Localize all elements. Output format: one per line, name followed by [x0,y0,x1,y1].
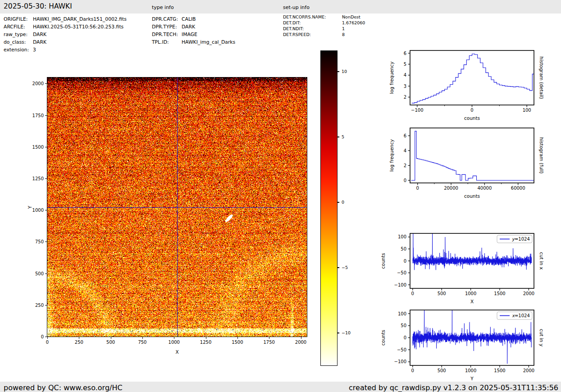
y-tick-label: 6 [404,51,406,56]
type-info-row: DPR.TECH:IMAGE [152,31,235,38]
y-tick-label: 0 [404,178,406,183]
field-label: DET.NDIT: [283,26,342,32]
field-value: DARK [33,39,46,45]
x-tick-mark [47,337,48,339]
y-tick-mark [45,115,47,116]
colorbar-tick-mark [337,137,339,137]
file-info-block: ORIGFILE:HAWKI_IMG_DARK_Darks151_0002.fi… [4,15,127,54]
field-label: DET.RSPEED: [283,32,342,37]
colorbar-tick-mark [337,333,339,333]
x-tick-label: 0 [470,108,473,113]
y-tick-label: 100 [398,311,406,316]
y-tick-mark [45,210,47,210]
x-tick-label: 40000 [477,186,492,191]
colorbar-tick-label: 10 [342,69,347,74]
y-tick-mark [45,83,47,84]
type-info-heading: type info [152,5,174,10]
field-value: DARK [182,24,195,30]
field-value: HAWKI_IMG_DARK_Darks151_0002.fits [33,16,127,22]
colorbar-tick-label: 0 [342,200,344,205]
qc-rawdisp-page: 2025-05-30: HAWKI type info set-up info … [0,0,561,392]
x-tick-label: 250 [75,340,83,345]
x-tick-mark [174,337,174,339]
hist_detail-chart: −100010023456countslog frequencyhistogra… [378,43,558,132]
x-tick-label: 1000 [465,368,476,373]
footer-right-text: created by qc_rawdisp.py v1.2.3 on 2025-… [349,383,558,392]
colorbar-tick-label: −10 [342,330,351,335]
hist_detail-series-line [412,54,534,103]
setup-info-row: DET.DIT:1.6762060 [283,20,365,26]
y-tick-mark [45,305,47,305]
hist_detail-xaxis-label: counts [464,115,480,121]
x-tick-label: 750 [138,340,146,345]
x-tick-mark [269,337,269,339]
x-tick-label: 1000 [169,340,180,345]
file-info-row: do_class:DARK [4,38,127,46]
hist_full-chart: 02000040000600000246countslog frequencyh… [378,121,558,209]
setup-info-heading: set-up info [283,5,310,10]
hist_full-side-label: histogram (full) [539,137,544,174]
y-tick-label: 750 [26,239,44,244]
x-tick-label: 1750 [263,340,274,345]
x-tick-mark [111,337,111,339]
main-xaxis-label: X [175,349,178,355]
x-tick-mark [301,337,301,339]
detector-image-frame [47,77,307,337]
y-tick-label: 0 [404,259,406,264]
x-tick-label: 1250 [200,340,211,345]
y-tick-label: 1750 [26,113,44,118]
y-tick-mark [45,147,47,147]
field-value: HAWKI_img_cal_Darks [182,39,235,45]
x-tick-label: 0 [411,368,414,373]
cut_y-xaxis-label: Y [470,376,474,381]
y-tick-label: 250 [26,302,44,307]
field-value: 1 [342,26,345,31]
x-tick-label: 1500 [494,368,505,373]
x-tick-label: 20000 [444,186,458,191]
y-tick-mark [45,273,47,274]
cut_y-chart: 0500100015002000−100−50050100Ycountscut … [378,302,558,387]
cut_x-legend-label: y=1024 [512,237,530,242]
cut_y-yaxis-label: counts [380,330,386,346]
field-label: ARCFILE: [4,23,33,31]
type-info-row: DPR.TYPE:DARK [152,23,235,31]
field-label: DPR.CATG: [152,15,182,23]
field-label: DET.DIT: [283,20,342,26]
hist_full-series-line [411,131,534,180]
field-value: 8 [342,32,345,37]
field-label: DPR.TYPE: [152,23,182,31]
colorbar-tick-mark [337,71,339,72]
x-tick-label: 2000 [295,340,306,345]
field-label: DPR.TECH: [152,31,182,38]
y-tick-mark [45,178,47,179]
x-tick-label: 1500 [232,340,243,345]
field-value: CALIB [182,16,196,22]
y-tick-label: 2000 [26,81,44,86]
x-tick-label: 500 [438,368,446,373]
y-tick-label: 50 [401,246,406,251]
x-tick-label: 100 [523,108,531,113]
main-yaxis-label: Y [27,205,32,208]
file-info-row: ORIGFILE:HAWKI_IMG_DARK_Darks151_0002.fi… [4,15,127,23]
detector-image-canvas [47,77,307,337]
x-tick-label: 500 [106,340,115,345]
field-value: DARK [33,32,46,37]
field-label: DET.NCORRS.NAME: [283,14,342,20]
y-tick-label: −50 [397,270,406,275]
colorbar-tick-mark [337,267,339,268]
y-tick-label: 0 [404,335,406,340]
field-value: NonDest [342,14,360,19]
hist_detail-side-label: histogram (detail) [539,56,544,99]
hist_full-yaxis-label: log frequency [389,139,394,172]
x-tick-mark [237,337,238,339]
field-label: raw_type: [4,31,33,38]
colorbar-gradient [321,51,337,365]
colorbar-tick-label: −5 [342,265,348,270]
header-strip [0,0,561,14]
hist_detail-yaxis-label: log frequency [389,61,394,94]
x-tick-label: 500 [438,291,446,296]
y-tick-label: 2 [404,163,406,168]
field-label: TPL.ID: [152,38,182,46]
setup-info-row: DET.RSPEED:8 [283,32,365,37]
x-tick-label: 2000 [523,291,534,296]
